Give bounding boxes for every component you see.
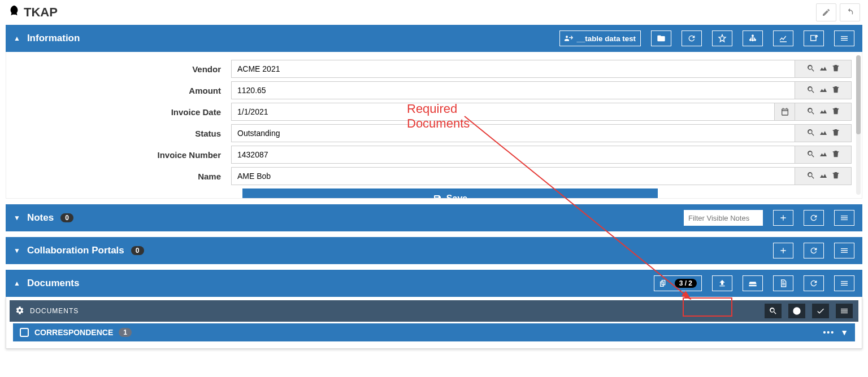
- note-edit-button[interactable]: [804, 30, 824, 46]
- notes-title: Notes: [27, 212, 54, 223]
- portals-menu-button[interactable]: [834, 243, 854, 258]
- doc-search-button[interactable]: [765, 304, 782, 318]
- field-tools: [795, 60, 852, 78]
- information-header[interactable]: ▲ Information __table data test: [6, 25, 862, 52]
- undo-button[interactable]: [840, 3, 860, 21]
- chart-button[interactable]: [773, 30, 793, 46]
- chevron-down-icon: ▼: [14, 247, 20, 255]
- add-portal-button[interactable]: [773, 243, 793, 258]
- form-row: Invoice Date: [16, 103, 852, 121]
- form-label: Name: [16, 172, 231, 181]
- table-data-button[interactable]: __table data test: [559, 30, 641, 46]
- chevron-up-icon: ▲: [14, 279, 20, 287]
- add-note-button[interactable]: [773, 210, 793, 226]
- trash-icon[interactable]: [831, 85, 840, 96]
- menu-button[interactable]: [834, 30, 854, 46]
- trash-icon[interactable]: [831, 150, 840, 160]
- trash-icon[interactable]: [831, 128, 840, 139]
- docs-menu-button[interactable]: [834, 275, 854, 291]
- chart-area-icon[interactable]: [819, 150, 828, 160]
- collab-count-badge: 0: [131, 246, 144, 255]
- search-icon[interactable]: [806, 64, 815, 74]
- rocket-icon: [8, 5, 20, 20]
- app-brand: TKAP: [8, 5, 58, 20]
- collab-panel: ▼ Collaboration Portals 0: [6, 237, 862, 264]
- chart-area-icon[interactable]: [819, 128, 828, 139]
- calendar-icon[interactable]: [775, 103, 795, 121]
- information-panel: ▲ Information __table data test VendorA: [6, 25, 862, 199]
- collab-header[interactable]: ▼ Collaboration Portals 0: [6, 237, 862, 264]
- doc-add-button[interactable]: [788, 304, 805, 318]
- new-doc-button[interactable]: [773, 275, 793, 291]
- form-row: Amount: [16, 81, 852, 99]
- doc-category-row[interactable]: CORRESPONDENCE 1 ••• ▼: [13, 323, 855, 341]
- documents-panel: ▲ Documents 3 / 2 Documents CORRESPONDEN…: [6, 270, 862, 349]
- doc-category-name: CORRESPONDENCE: [34, 328, 113, 337]
- form-label: Amount: [16, 86, 231, 95]
- open-folder-button[interactable]: [651, 30, 671, 46]
- notes-header[interactable]: ▼ Notes 0: [6, 204, 862, 231]
- doc-category-count: 1: [119, 328, 132, 337]
- form-row: Status: [16, 124, 852, 142]
- doc-check-button[interactable]: [812, 304, 829, 318]
- invoice-number-input[interactable]: [231, 146, 795, 164]
- form-row: Name: [16, 167, 852, 185]
- name-input[interactable]: [231, 167, 795, 185]
- chevron-down-icon[interactable]: ▼: [840, 328, 848, 337]
- amount-input[interactable]: [231, 81, 795, 99]
- edit-button[interactable]: [816, 3, 836, 21]
- chevron-up-icon: ▲: [14, 34, 20, 42]
- refresh-notes-button[interactable]: [804, 210, 824, 226]
- status-input[interactable]: [231, 124, 795, 142]
- save-button[interactable]: Save: [242, 188, 658, 199]
- search-icon[interactable]: [806, 85, 815, 96]
- gear-icon[interactable]: [15, 306, 24, 317]
- documents-subheader: Documents: [10, 300, 858, 322]
- documents-title: Documents: [27, 278, 80, 289]
- field-tools: [795, 81, 852, 99]
- hierarchy-button[interactable]: [743, 30, 763, 46]
- chart-area-icon[interactable]: [819, 64, 828, 74]
- information-body: VendorAmountInvoice DateStatusInvoice Nu…: [6, 52, 862, 199]
- documents-header[interactable]: ▲ Documents 3 / 2: [6, 270, 862, 297]
- information-title: Information: [27, 33, 80, 44]
- documents-body: Documents CORRESPONDENCE 1 ••• ▼: [6, 297, 862, 349]
- form-row: Invoice Number: [16, 146, 852, 164]
- search-icon[interactable]: [806, 171, 815, 182]
- refresh-portals-button[interactable]: [804, 243, 824, 258]
- chart-area-icon[interactable]: [819, 107, 828, 117]
- search-icon[interactable]: [806, 150, 815, 160]
- form-label: Invoice Number: [16, 150, 231, 160]
- field-tools: [795, 124, 852, 142]
- app-title: TKAP: [24, 5, 58, 20]
- form-label: Vendor: [16, 64, 231, 74]
- upload-button[interactable]: [712, 275, 732, 291]
- scrollbar[interactable]: [856, 55, 861, 195]
- vendor-input[interactable]: [231, 60, 795, 78]
- field-tools: [795, 146, 852, 164]
- scan-button[interactable]: [743, 275, 763, 291]
- doc-checkbox[interactable]: [20, 328, 29, 337]
- refresh-docs-button[interactable]: [804, 275, 824, 291]
- field-tools: [795, 167, 852, 185]
- refresh-button[interactable]: [682, 30, 702, 46]
- field-tools: [795, 103, 852, 121]
- search-icon[interactable]: [806, 107, 815, 117]
- top-bar: TKAP: [0, 0, 868, 25]
- required-docs-button[interactable]: 3 / 2: [654, 275, 702, 291]
- invoice-date-input[interactable]: [231, 103, 775, 121]
- form-label: Invoice Date: [16, 107, 231, 117]
- chart-area-icon[interactable]: [819, 171, 828, 182]
- trash-icon[interactable]: [831, 64, 840, 74]
- ellipsis-icon[interactable]: •••: [823, 328, 835, 337]
- search-icon[interactable]: [806, 128, 815, 139]
- trash-icon[interactable]: [831, 171, 840, 182]
- favorite-button[interactable]: [712, 30, 732, 46]
- collab-title: Collaboration Portals: [27, 245, 124, 256]
- doc-sub-menu-button[interactable]: [836, 304, 853, 318]
- notes-menu-button[interactable]: [834, 210, 854, 226]
- trash-icon[interactable]: [831, 107, 840, 117]
- chart-area-icon[interactable]: [819, 85, 828, 96]
- notes-filter-input[interactable]: [684, 210, 763, 226]
- notes-panel: ▼ Notes 0: [6, 204, 862, 231]
